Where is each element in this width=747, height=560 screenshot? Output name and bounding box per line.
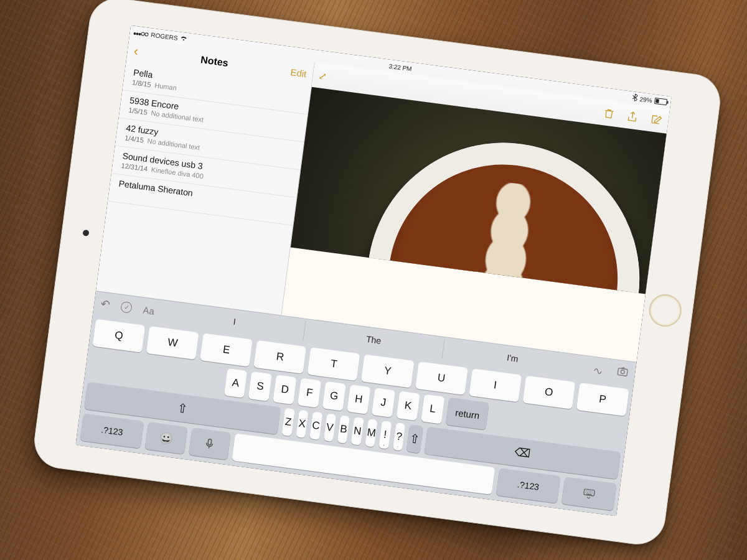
signal-dots-icon	[133, 29, 149, 37]
compose-icon[interactable]	[649, 113, 662, 126]
key-y[interactable]: Y	[361, 355, 414, 388]
key-u[interactable]: U	[415, 362, 467, 395]
key-o[interactable]: O	[522, 376, 575, 409]
checklist-icon[interactable]: ✓	[120, 301, 133, 314]
symbols-key-right[interactable]: .?123	[496, 468, 560, 503]
key-j[interactable]: J	[372, 388, 395, 418]
symbols-key[interactable]: .?123	[80, 413, 144, 448]
key-e[interactable]: E	[200, 333, 253, 366]
key-i[interactable]: I	[469, 368, 522, 402]
key-a[interactable]: A	[223, 368, 247, 398]
key-x[interactable]: X	[296, 410, 309, 439]
camera-icon[interactable]	[616, 365, 630, 381]
key-z[interactable]: Z	[281, 408, 294, 437]
key-s[interactable]: S	[248, 371, 272, 401]
ipad-frame: ROGERS 3:22 PM 29%	[31, 0, 724, 548]
key-h[interactable]: H	[347, 385, 370, 414]
undo-icon[interactable]: ↶	[100, 297, 111, 312]
key-r[interactable]: R	[253, 340, 306, 374]
note-content[interactable]: ⤢	[281, 62, 670, 362]
share-icon[interactable]	[626, 110, 639, 123]
coffee-cup	[350, 126, 655, 294]
bluetooth-icon	[632, 93, 638, 103]
key-g[interactable]: G	[322, 381, 346, 411]
key-![interactable]: !,	[378, 421, 392, 449]
battery-pct: 29%	[639, 95, 652, 104]
key-k[interactable]: K	[396, 391, 420, 421]
svg-rect-0	[618, 368, 627, 376]
wifi-icon	[180, 35, 188, 43]
shift-key-right[interactable]: ⇧	[406, 424, 423, 453]
key-w[interactable]: W	[146, 326, 199, 360]
notes-app: ROGERS 3:22 PM 29%	[75, 26, 671, 516]
font-icon[interactable]: Aa	[143, 304, 155, 316]
key-n[interactable]: N	[351, 417, 364, 446]
notes-list[interactable]: Pella 1/8/15Human 5938 Encore 1/5/15No a…	[96, 62, 311, 315]
key-l[interactable]: L	[421, 394, 444, 424]
key-?[interactable]: ?.	[393, 422, 406, 451]
key-q[interactable]: Q	[92, 319, 145, 353]
carrier-label: ROGERS	[151, 31, 178, 42]
key-f[interactable]: F	[298, 378, 321, 408]
screen: ROGERS 3:22 PM 29%	[75, 26, 671, 516]
hide-keyboard-key[interactable]	[561, 477, 616, 511]
key-d[interactable]: D	[273, 375, 296, 404]
notes-sidebar: ‹ Notes Edit Pella 1/8/15Human 5938 Enco…	[96, 38, 315, 315]
key-p[interactable]: P	[576, 383, 629, 416]
key-c[interactable]: C	[309, 411, 322, 440]
key-t[interactable]: T	[308, 347, 360, 381]
edit-button[interactable]: Edit	[290, 67, 308, 79]
clock: 3:22 PM	[388, 62, 412, 72]
trash-icon[interactable]	[602, 106, 616, 120]
home-button[interactable]	[647, 292, 684, 329]
handwriting-icon[interactable]	[592, 362, 606, 378]
key-b[interactable]: B	[337, 415, 350, 444]
dictation-key[interactable]	[189, 427, 231, 460]
expand-icon[interactable]: ⤢	[317, 70, 327, 83]
emoji-key[interactable]: 😀	[145, 422, 187, 454]
key-v[interactable]: V	[323, 413, 336, 442]
battery-icon	[654, 98, 667, 106]
front-camera	[82, 230, 89, 236]
svg-rect-2	[208, 439, 212, 445]
svg-point-1	[621, 370, 625, 374]
key-m[interactable]: M	[365, 419, 378, 447]
return-key[interactable]: return	[445, 398, 489, 430]
